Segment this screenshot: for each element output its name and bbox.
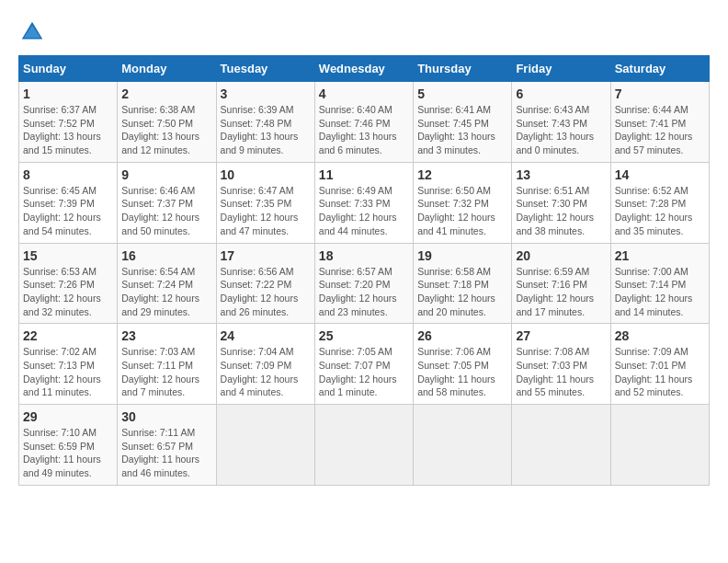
day-number: 20 <box>516 248 606 263</box>
calendar-day-cell: 6Sunrise: 6:43 AMSunset: 7:43 PMDaylight… <box>512 82 610 163</box>
day-info: Sunrise: 7:02 AMSunset: 7:13 PMDaylight:… <box>23 345 113 399</box>
calendar-week-row: 1Sunrise: 6:37 AMSunset: 7:52 PMDaylight… <box>19 82 710 163</box>
day-number: 15 <box>23 248 113 263</box>
calendar-day-cell: 22Sunrise: 7:02 AMSunset: 7:13 PMDayligh… <box>19 324 118 405</box>
day-number: 4 <box>319 86 409 101</box>
day-info: Sunrise: 6:40 AMSunset: 7:46 PMDaylight:… <box>319 103 409 157</box>
calendar-day-cell: 16Sunrise: 6:54 AMSunset: 7:24 PMDayligh… <box>118 243 216 324</box>
day-info: Sunrise: 6:45 AMSunset: 7:39 PMDaylight:… <box>23 184 113 238</box>
calendar-week-row: 29Sunrise: 7:10 AMSunset: 6:59 PMDayligh… <box>19 405 710 486</box>
calendar-day-cell <box>216 405 314 486</box>
calendar-day-cell: 14Sunrise: 6:52 AMSunset: 7:28 PMDayligh… <box>610 162 709 243</box>
calendar-day-cell: 20Sunrise: 6:59 AMSunset: 7:16 PMDayligh… <box>512 243 610 324</box>
calendar-week-row: 15Sunrise: 6:53 AMSunset: 7:26 PMDayligh… <box>19 243 710 324</box>
day-number: 19 <box>417 248 507 263</box>
calendar-day-cell: 11Sunrise: 6:49 AMSunset: 7:33 PMDayligh… <box>314 162 413 243</box>
header-wednesday: Wednesday <box>314 56 413 82</box>
day-info: Sunrise: 6:38 AMSunset: 7:50 PMDaylight:… <box>121 103 211 157</box>
day-number: 6 <box>516 86 606 101</box>
day-info: Sunrise: 6:46 AMSunset: 7:37 PMDaylight:… <box>121 184 211 238</box>
day-info: Sunrise: 6:57 AMSunset: 7:20 PMDaylight:… <box>319 265 409 319</box>
day-number: 14 <box>615 167 705 182</box>
calendar-day-cell: 8Sunrise: 6:45 AMSunset: 7:39 PMDaylight… <box>19 162 118 243</box>
day-info: Sunrise: 7:00 AMSunset: 7:14 PMDaylight:… <box>615 265 705 319</box>
day-info: Sunrise: 6:39 AMSunset: 7:48 PMDaylight:… <box>221 103 311 157</box>
day-info: Sunrise: 6:49 AMSunset: 7:33 PMDaylight:… <box>319 184 409 238</box>
day-info: Sunrise: 6:59 AMSunset: 7:16 PMDaylight:… <box>516 265 606 319</box>
calendar-day-cell: 29Sunrise: 7:10 AMSunset: 6:59 PMDayligh… <box>19 405 118 486</box>
day-info: Sunrise: 6:41 AMSunset: 7:45 PMDaylight:… <box>417 103 507 157</box>
day-info: Sunrise: 7:06 AMSunset: 7:05 PMDaylight:… <box>417 345 507 399</box>
page-header <box>18 18 710 46</box>
day-number: 29 <box>23 409 113 424</box>
day-number: 8 <box>23 167 113 182</box>
day-info: Sunrise: 6:56 AMSunset: 7:22 PMDaylight:… <box>221 265 311 319</box>
calendar-day-cell: 23Sunrise: 7:03 AMSunset: 7:11 PMDayligh… <box>118 324 216 405</box>
calendar-day-cell: 25Sunrise: 7:05 AMSunset: 7:07 PMDayligh… <box>314 324 413 405</box>
day-number: 28 <box>615 328 705 343</box>
day-number: 26 <box>417 328 507 343</box>
day-number: 21 <box>615 248 705 263</box>
day-info: Sunrise: 7:03 AMSunset: 7:11 PMDaylight:… <box>121 345 211 399</box>
calendar-header-row: SundayMondayTuesdayWednesdayThursdayFrid… <box>19 56 710 82</box>
header-sunday: Sunday <box>19 56 118 82</box>
calendar-day-cell: 10Sunrise: 6:47 AMSunset: 7:35 PMDayligh… <box>216 162 314 243</box>
calendar-day-cell <box>512 405 610 486</box>
day-info: Sunrise: 7:04 AMSunset: 7:09 PMDaylight:… <box>221 345 311 399</box>
calendar-day-cell: 17Sunrise: 6:56 AMSunset: 7:22 PMDayligh… <box>216 243 314 324</box>
calendar-day-cell: 27Sunrise: 7:08 AMSunset: 7:03 PMDayligh… <box>512 324 610 405</box>
day-info: Sunrise: 7:09 AMSunset: 7:01 PMDaylight:… <box>615 345 705 399</box>
day-number: 23 <box>121 328 211 343</box>
calendar-day-cell <box>314 405 413 486</box>
header-monday: Monday <box>118 56 216 82</box>
calendar-day-cell <box>610 405 709 486</box>
day-number: 10 <box>221 167 311 182</box>
calendar-day-cell: 3Sunrise: 6:39 AMSunset: 7:48 PMDaylight… <box>216 82 314 163</box>
calendar-day-cell: 2Sunrise: 6:38 AMSunset: 7:50 PMDaylight… <box>118 82 216 163</box>
calendar-day-cell: 30Sunrise: 7:11 AMSunset: 6:57 PMDayligh… <box>118 405 216 486</box>
day-number: 18 <box>319 248 409 263</box>
day-number: 25 <box>319 328 409 343</box>
day-number: 12 <box>417 167 507 182</box>
calendar-day-cell: 12Sunrise: 6:50 AMSunset: 7:32 PMDayligh… <box>414 162 512 243</box>
day-number: 22 <box>23 328 113 343</box>
day-info: Sunrise: 6:52 AMSunset: 7:28 PMDaylight:… <box>615 184 705 238</box>
header-friday: Friday <box>512 56 610 82</box>
calendar-day-cell: 4Sunrise: 6:40 AMSunset: 7:46 PMDaylight… <box>314 82 413 163</box>
day-info: Sunrise: 7:10 AMSunset: 6:59 PMDaylight:… <box>23 426 113 480</box>
calendar-day-cell: 21Sunrise: 7:00 AMSunset: 7:14 PMDayligh… <box>610 243 709 324</box>
calendar-day-cell: 5Sunrise: 6:41 AMSunset: 7:45 PMDaylight… <box>414 82 512 163</box>
day-number: 11 <box>319 167 409 182</box>
day-info: Sunrise: 7:05 AMSunset: 7:07 PMDaylight:… <box>319 345 409 399</box>
day-number: 17 <box>221 248 311 263</box>
calendar-day-cell: 13Sunrise: 6:51 AMSunset: 7:30 PMDayligh… <box>512 162 610 243</box>
header-thursday: Thursday <box>414 56 512 82</box>
day-info: Sunrise: 7:11 AMSunset: 6:57 PMDaylight:… <box>121 426 211 480</box>
calendar-day-cell: 24Sunrise: 7:04 AMSunset: 7:09 PMDayligh… <box>216 324 314 405</box>
day-number: 9 <box>121 167 211 182</box>
day-number: 7 <box>615 86 705 101</box>
calendar-day-cell <box>414 405 512 486</box>
calendar-day-cell: 9Sunrise: 6:46 AMSunset: 7:37 PMDaylight… <box>118 162 216 243</box>
calendar-week-row: 22Sunrise: 7:02 AMSunset: 7:13 PMDayligh… <box>19 324 710 405</box>
calendar-table: SundayMondayTuesdayWednesdayThursdayFrid… <box>18 55 710 486</box>
day-number: 1 <box>23 86 113 101</box>
header-tuesday: Tuesday <box>216 56 314 82</box>
day-number: 13 <box>516 167 606 182</box>
day-info: Sunrise: 6:54 AMSunset: 7:24 PMDaylight:… <box>121 265 211 319</box>
calendar-day-cell: 28Sunrise: 7:09 AMSunset: 7:01 PMDayligh… <box>610 324 709 405</box>
logo-icon <box>18 18 46 46</box>
day-info: Sunrise: 6:37 AMSunset: 7:52 PMDaylight:… <box>23 103 113 157</box>
day-number: 16 <box>121 248 211 263</box>
day-info: Sunrise: 6:43 AMSunset: 7:43 PMDaylight:… <box>516 103 606 157</box>
header-saturday: Saturday <box>610 56 709 82</box>
day-number: 2 <box>121 86 211 101</box>
day-info: Sunrise: 6:58 AMSunset: 7:18 PMDaylight:… <box>417 265 507 319</box>
day-info: Sunrise: 7:08 AMSunset: 7:03 PMDaylight:… <box>516 345 606 399</box>
calendar-day-cell: 1Sunrise: 6:37 AMSunset: 7:52 PMDaylight… <box>19 82 118 163</box>
day-info: Sunrise: 6:44 AMSunset: 7:41 PMDaylight:… <box>615 103 705 157</box>
day-number: 24 <box>221 328 311 343</box>
day-info: Sunrise: 6:53 AMSunset: 7:26 PMDaylight:… <box>23 265 113 319</box>
calendar-day-cell: 26Sunrise: 7:06 AMSunset: 7:05 PMDayligh… <box>414 324 512 405</box>
day-number: 30 <box>121 409 211 424</box>
